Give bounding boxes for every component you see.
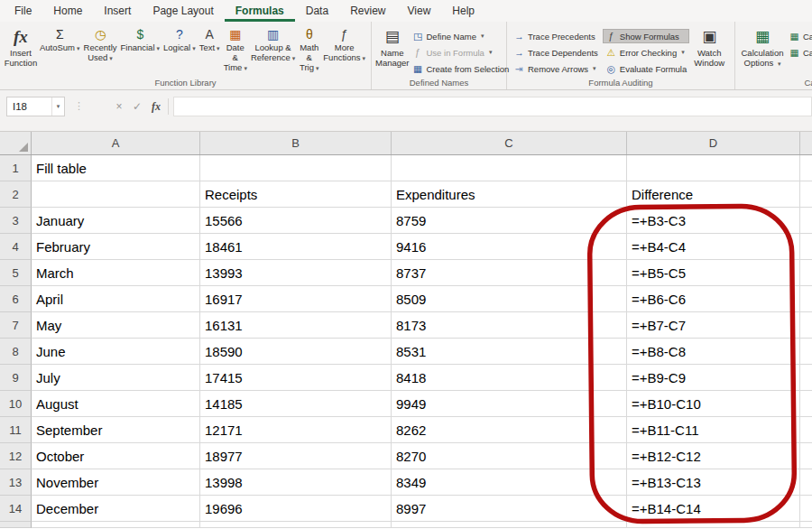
row-header[interactable] xyxy=(0,522,32,528)
cell[interactable]: =+B5-C5 xyxy=(627,260,800,286)
cell[interactable]: 8997 xyxy=(392,496,627,522)
row-header[interactable]: 12 xyxy=(0,443,32,469)
cell[interactable]: 9416 xyxy=(392,234,627,260)
row-header[interactable]: 13 xyxy=(0,469,32,496)
ribbon-tab[interactable]: Data xyxy=(295,0,339,22)
cell[interactable]: 8270 xyxy=(392,443,627,469)
ribbon-menu-item[interactable]: ⇥ Remove Arrows ▾ xyxy=(511,61,601,76)
cell[interactable]: =+B7-C7 xyxy=(627,312,800,339)
function-library-button[interactable]: ƒ More Functions▾ xyxy=(321,24,367,75)
ribbon-menu-item[interactable]: ƒ Use in Formula ▾ xyxy=(410,45,512,60)
function-library-button[interactable]: Σ AutoSum▾ xyxy=(38,24,82,75)
enter-icon[interactable]: ✓ xyxy=(128,97,146,116)
cell[interactable]: Difference xyxy=(627,181,800,208)
column-header-c[interactable]: C xyxy=(392,132,627,154)
cell[interactable]: 18590 xyxy=(200,339,392,365)
ribbon-tab[interactable]: Insert xyxy=(93,0,142,22)
ribbon-menu-item[interactable]: ▦ Create from Selection ▾ xyxy=(410,61,512,76)
ribbon-menu-item[interactable]: ⚠ Error Checking ▾ xyxy=(603,45,689,60)
cell[interactable]: 14185 xyxy=(200,391,392,417)
cell[interactable] xyxy=(800,312,812,339)
row-header[interactable]: 7 xyxy=(0,312,32,339)
cell[interactable] xyxy=(627,155,800,181)
cell[interactable]: August xyxy=(32,391,200,417)
row-header[interactable]: 5 xyxy=(0,260,32,286)
insert-function-button[interactable]: fx Insert Function xyxy=(4,24,38,77)
row-header[interactable]: 4 xyxy=(0,234,32,260)
cell[interactable] xyxy=(800,522,812,528)
cell[interactable] xyxy=(392,522,627,528)
function-library-button[interactable]: ▥ Lookup & Reference▾ xyxy=(249,24,297,75)
row-header[interactable]: 11 xyxy=(0,417,32,443)
cell[interactable]: December xyxy=(32,496,200,522)
cell[interactable]: 8509 xyxy=(392,286,627,312)
cell[interactable]: February xyxy=(32,234,200,260)
function-library-button[interactable]: θ Math & Trig▾ xyxy=(297,24,321,75)
cell[interactable]: =+B9-C9 xyxy=(627,365,800,391)
ribbon-menu-item[interactable]: → Trace Dependents ▾ xyxy=(511,45,601,60)
cell[interactable]: =+B11-C11 xyxy=(627,417,800,443)
ribbon-menu-item[interactable]: ▦ Ca ▾ xyxy=(786,45,812,60)
row-header[interactable]: 1 xyxy=(0,155,32,181)
ribbon-tab[interactable]: File xyxy=(4,0,42,22)
ribbon-tab[interactable]: Review xyxy=(339,0,396,22)
column-header-b[interactable]: B xyxy=(200,132,392,154)
cell[interactable]: May xyxy=(32,312,200,339)
cell[interactable]: 16131 xyxy=(200,312,392,339)
insert-function-fx-icon[interactable]: fx xyxy=(147,97,165,116)
ribbon-tab[interactable]: View xyxy=(397,0,442,22)
row-header[interactable]: 10 xyxy=(0,391,32,417)
ribbon-tab[interactable]: Page Layout xyxy=(142,0,224,22)
cell[interactable] xyxy=(800,234,812,260)
cell[interactable]: =+B4-C4 xyxy=(627,234,800,260)
formula-input[interactable] xyxy=(173,97,812,116)
ribbon-menu-item[interactable]: ƒ Show Formulas ▾ xyxy=(603,29,689,43)
function-library-button[interactable]: $ Financial▾ xyxy=(119,24,162,75)
function-library-button[interactable]: ▦ Date & Time▾ xyxy=(222,24,249,75)
cell[interactable]: September xyxy=(32,417,200,443)
cell[interactable] xyxy=(800,443,812,469)
cell[interactable]: =+B6-C6 xyxy=(627,286,800,312)
cell[interactable]: 8759 xyxy=(392,208,627,234)
ribbon-menu-item[interactable]: ◳ Define Name ▾ xyxy=(410,29,512,43)
cell[interactable] xyxy=(800,155,812,181)
cell[interactable] xyxy=(800,181,812,208)
formula-bar-drag-dots[interactable]: ⋮ xyxy=(74,100,84,112)
name-box[interactable]: I18 ▾ xyxy=(6,97,65,116)
cell[interactable] xyxy=(200,155,392,181)
cell[interactable]: 19696 xyxy=(200,496,392,522)
cell[interactable]: October xyxy=(32,443,200,469)
function-library-button[interactable]: A Text▾ xyxy=(198,24,222,75)
cell[interactable]: Fill table xyxy=(32,155,200,181)
cell[interactable]: April xyxy=(32,286,200,312)
cell[interactable] xyxy=(392,155,627,181)
cell[interactable]: =+B3-C3 xyxy=(627,208,800,234)
column-header-d[interactable]: D xyxy=(627,132,800,154)
cell[interactable]: =+B10-C10 xyxy=(627,391,800,417)
cell[interactable] xyxy=(800,469,812,496)
ribbon-tab[interactable]: Formulas xyxy=(225,0,295,22)
cell[interactable] xyxy=(800,391,812,417)
row-header[interactable]: 8 xyxy=(0,339,32,365)
function-library-button[interactable]: ◷ Recently Used▾ xyxy=(82,24,119,75)
function-library-button[interactable]: ? Logical▾ xyxy=(161,24,198,75)
ribbon-menu-item[interactable]: ▦ Ca ▾ xyxy=(786,29,812,43)
cell[interactable]: 9949 xyxy=(392,391,627,417)
name-box-caret-icon[interactable]: ▾ xyxy=(51,97,64,116)
name-manager-button[interactable]: ▤ Name Manager xyxy=(375,24,410,77)
cell[interactable]: 18977 xyxy=(200,443,392,469)
cell[interactable]: 8418 xyxy=(392,365,627,391)
cell[interactable]: Expenditures xyxy=(392,181,627,208)
cell[interactable]: 8349 xyxy=(392,469,627,496)
row-header[interactable]: 3 xyxy=(0,208,32,234)
calculation-options-button[interactable]: ▦ Calculation Options ▾ xyxy=(739,24,786,77)
column-header-partial[interactable] xyxy=(800,132,812,154)
cell[interactable]: 12171 xyxy=(200,417,392,443)
row-header[interactable]: 6 xyxy=(0,286,32,312)
cell[interactable]: 8531 xyxy=(392,339,627,365)
cell[interactable] xyxy=(32,522,200,528)
cell[interactable] xyxy=(800,496,812,522)
row-header[interactable]: 9 xyxy=(0,365,32,391)
cell[interactable] xyxy=(800,260,812,286)
cell[interactable] xyxy=(800,286,812,312)
